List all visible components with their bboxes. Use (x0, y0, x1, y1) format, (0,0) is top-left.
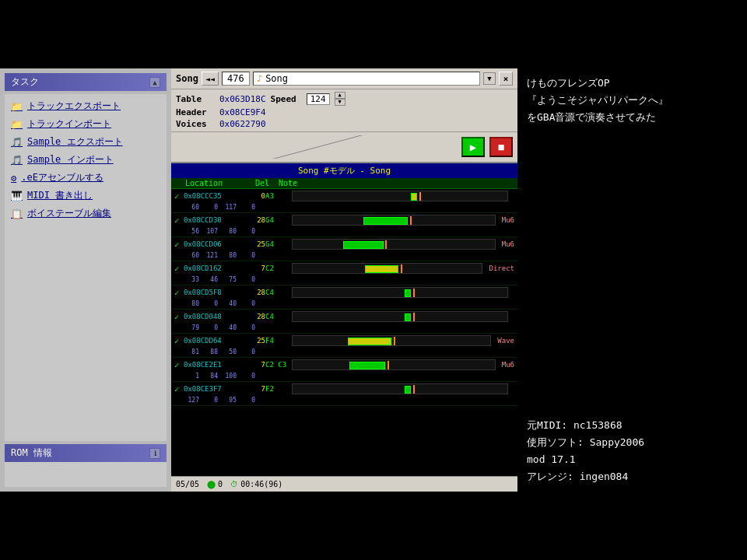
channel-row[interactable]: ✓0x08CD5F828C4800400 (171, 285, 517, 310)
position-indicator: 05/05 (176, 480, 199, 488)
channel-row[interactable]: ✓0x08CDD6425F4Wave8188500 (171, 334, 517, 358)
task-item-track-export[interactable]: 📁 トラックエクスポート (8, 97, 163, 115)
song-name-text: Song (265, 73, 288, 84)
task-item-label: Sample エクスポート (27, 135, 123, 149)
content-area: タスク ▲ 📁 トラックエクスポート 📁 トラックインポート 🎵 Sample … (0, 68, 747, 492)
title-overlay: けものフレンズOP 『ようこそジャパリパークへ』 をGBA音源で演奏させてみた (527, 75, 738, 126)
header-label: Header (176, 107, 215, 117)
prev-track-button[interactable]: ◄◄ (202, 72, 219, 86)
channel-row[interactable]: ✓0x08CCC350A36001170 (171, 189, 517, 213)
music-note-icon: ♪ (257, 73, 262, 84)
channel-row[interactable]: ✓0x08CD04828C4790400 (171, 310, 517, 334)
speed-up-button[interactable]: ▲ (335, 92, 345, 99)
midi-indicator: ⬤ 0 (207, 480, 223, 488)
rom-info-header: ROM 情報 ℹ (5, 444, 167, 462)
task-item-label: .eEアセンブルする (21, 171, 103, 184)
col-header-del: Del (255, 179, 279, 187)
assemble-icon: ⚙ (11, 173, 16, 184)
rom-info-icon[interactable]: ℹ (149, 448, 160, 459)
table-value: 0x063D18C (219, 94, 266, 104)
credit-line-2: 使用ソフト: Sappy2006 (527, 434, 738, 451)
song-info-bar: Table 0x063D18C Speed 124 ▲ ▼ Header 0x0… (171, 89, 517, 132)
stop-button[interactable]: ■ (489, 137, 513, 157)
clock-icon: ⏱ (230, 480, 238, 488)
header-value: 0x08CE9F4 (219, 107, 266, 117)
voices-row-info: Voices 0x0622790 (176, 119, 513, 129)
channel-row[interactable]: ✓0x08CD1627C2Direct3346750 (171, 261, 517, 285)
credit-line-3: mod 17.1 (527, 451, 738, 468)
top-letterbox (0, 0, 747, 68)
rom-info-title: ROM 情報 (11, 446, 52, 460)
time-indicator: ⏱ 00:46(96) (230, 480, 282, 488)
sappy-container: Song ◄◄ 476 ♪ Song ▼ × Table 0x063D18C S… (171, 68, 517, 492)
credit-line-1: 元MIDI: nc153868 (527, 417, 738, 434)
sappy-player: Song ◄◄ 476 ♪ Song ▼ × Table 0x063D18C S… (171, 68, 517, 492)
title-line-2: 『ようこそジャパリパークへ』 (527, 92, 738, 109)
table-row-info: Table 0x063D18C Speed 124 ▲ ▼ (176, 92, 513, 106)
credits-overlay: 元MIDI: nc153868 使用ソフト: Sappy2006 mod 17.… (527, 417, 738, 485)
position-value: 05/05 (176, 480, 199, 488)
task-item-voice-table[interactable]: 📋 ボイステーブル編集 (8, 205, 163, 222)
header-row-info: Header 0x08CE9F4 (176, 107, 513, 117)
midi-value: 0 (218, 480, 223, 488)
decorative-line (176, 135, 457, 159)
song-navigation-bar: Song ◄◄ 476 ♪ Song ▼ × (171, 68, 517, 89)
col-header-location: Location (185, 179, 255, 187)
sample-export-icon: 🎵 (11, 137, 23, 148)
task-panel-header: タスク ▲ (5, 73, 167, 91)
task-item-label: ボイステーブル編集 (27, 207, 111, 220)
table-label: Table (176, 94, 215, 104)
col-header-note: Note (279, 179, 310, 187)
song-dropdown-button[interactable]: ▼ (483, 72, 496, 85)
time-value: 00:46(96) (240, 480, 282, 488)
channel-row[interactable]: ✓0x08CE3F77F21270950 (171, 382, 517, 406)
task-item-label: Sample インポート (27, 153, 114, 166)
midi-icon-status: ⬤ (207, 480, 216, 488)
task-item-midi-export[interactable]: 🎹 MIDI 書き出し (8, 187, 163, 205)
speed-down-button[interactable]: ▼ (335, 99, 345, 106)
midi-icon: 🎹 (11, 191, 23, 201)
song-number[interactable]: 476 (222, 72, 250, 86)
title-line-1: けものフレンズOP (527, 75, 738, 92)
sample-import-icon: 🎵 (11, 155, 23, 166)
speed-label: Speed (271, 94, 302, 104)
voices-value: 0x0622790 (219, 119, 266, 129)
task-item-sample-export[interactable]: 🎵 Sample エクスポート (8, 133, 163, 151)
channel-row[interactable]: ✓0x08CCD0625G4Mu660121800 (171, 237, 517, 261)
title-line-3: をGBA音源で演奏させてみた (527, 109, 738, 126)
task-panel-icon[interactable]: ▲ (149, 77, 160, 88)
channel-rows-container: ✓0x08CCC350A36001170✓0x08CCD3028G4Mu6561… (171, 189, 517, 476)
credit-line-4: アレンジ: ingen084 (527, 468, 738, 485)
left-panel: タスク ▲ 📁 トラックエクスポート 📁 トラックインポート 🎵 Sample … (0, 68, 171, 492)
speed-arrows: ▲ ▼ (335, 92, 345, 106)
play-button[interactable]: ▶ (461, 137, 485, 157)
rom-info-section: ROM 情報 ℹ (5, 444, 167, 487)
track-export-icon: 📁 (11, 101, 23, 112)
channel-row[interactable]: ✓0x08CCD3028G4Mu656107800 (171, 213, 517, 237)
track-import-icon: 📁 (11, 119, 23, 130)
task-item-label: トラックインポート (27, 117, 111, 131)
task-item-assemble[interactable]: ⚙ .eEアセンブルする (8, 169, 163, 187)
task-item-track-import[interactable]: 📁 トラックインポート (8, 115, 163, 133)
channel-display: Song #モデル - Song Location Del Note ✓0x08… (171, 163, 517, 492)
status-bar: 05/05 ⬤ 0 ⏱ 00:46(96) (171, 476, 517, 492)
channel-list-header: Location Del Note (171, 178, 517, 189)
song-label: Song (176, 73, 198, 84)
task-item-sample-import[interactable]: 🎵 Sample インポート (8, 151, 163, 169)
close-button[interactable]: × (499, 72, 513, 86)
task-panel-title: タスク (11, 75, 39, 89)
voice-table-icon: 📋 (11, 208, 23, 219)
task-item-label: MIDI 書き出し (27, 189, 93, 202)
song-name-box: ♪ Song (253, 72, 480, 86)
voices-label: Voices (176, 119, 215, 129)
song-titlebar: Song #モデル - Song (171, 163, 517, 178)
task-item-label: トラックエクスポート (27, 100, 121, 113)
task-list-area: 📁 トラックエクスポート 📁 トラックインポート 🎵 Sample エクスポート… (5, 94, 167, 441)
playback-controls: ▶ ■ (171, 132, 517, 163)
bottom-letterbox (0, 492, 747, 560)
right-info-panel: けものフレンズOP 『ようこそジャパリパークへ』 をGBA音源で演奏させてみた … (517, 68, 747, 492)
speed-value: 124 (307, 93, 330, 105)
channel-row[interactable]: ✓0x08CE2E17C2 C3Mu61841000 (171, 358, 517, 382)
